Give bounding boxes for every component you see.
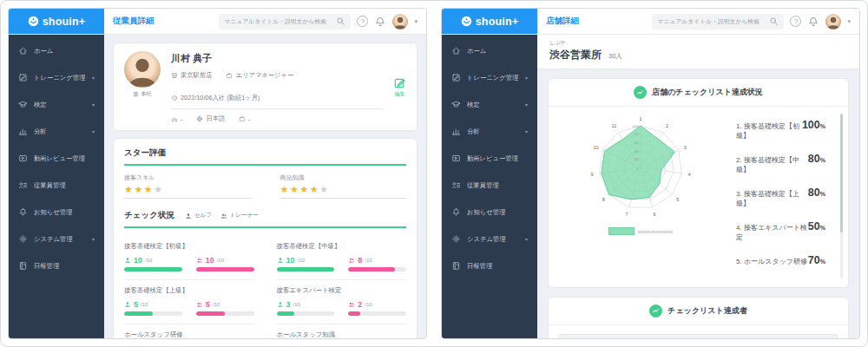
search-icon[interactable] bbox=[336, 16, 345, 26]
store-header: しぶや 渋谷営業所 30人 bbox=[537, 35, 859, 69]
screenshot-canvas: shouin+ 従業員詳細 ? ▾ ホーム bbox=[0, 0, 868, 347]
legend-item: セルフ bbox=[185, 212, 212, 219]
sidebar-item[interactable]: 分析 ▾ bbox=[9, 118, 104, 145]
help-icon[interactable]: ? bbox=[790, 16, 801, 27]
store-detail-panel: shouin+ 店舗詳細 ? ▾ ホーム bbox=[441, 8, 860, 339]
sidebar-item[interactable]: 検定 ▾ bbox=[9, 91, 104, 118]
main-area: 本社 川村 典子 東京駅前店 bbox=[104, 35, 426, 338]
sidebar-item[interactable]: お知らせ管理 bbox=[442, 199, 537, 226]
achievement-list-item: 3. 接客基礎検定【上級】 80% bbox=[736, 187, 825, 208]
search-input[interactable] bbox=[224, 18, 332, 24]
chart-line-icon bbox=[634, 86, 647, 99]
sidebar-item[interactable]: システム管理 ▾ bbox=[9, 226, 104, 252]
radar-card-title: 店舗のチェックリスト達成状況 bbox=[652, 87, 763, 98]
scrollbar[interactable] bbox=[840, 114, 843, 278]
bell-icon[interactable] bbox=[374, 16, 386, 28]
svg-text:6: 6 bbox=[653, 212, 655, 217]
sidebar-item-label: システム管理 bbox=[467, 235, 505, 244]
search-icon[interactable] bbox=[769, 16, 779, 26]
achievement-value: 80% bbox=[808, 187, 825, 199]
divider bbox=[171, 108, 383, 109]
report-icon bbox=[18, 261, 28, 271]
self-progress-bar bbox=[124, 311, 182, 316]
section-underline bbox=[124, 164, 406, 166]
svg-text:40: 40 bbox=[635, 149, 639, 154]
trainer-progress-bar bbox=[196, 311, 254, 316]
person-icon bbox=[277, 301, 284, 308]
sidebar-item[interactable]: 分析 ▾ bbox=[442, 118, 537, 145]
building-icon bbox=[133, 91, 139, 97]
sidebar-item[interactable]: ホーム bbox=[9, 37, 104, 64]
sidebar-item[interactable]: トレーニング管理 ▾ bbox=[442, 64, 537, 91]
star-icon: ★ bbox=[154, 184, 163, 194]
sidebar-item[interactable]: 日報管理 bbox=[442, 252, 537, 279]
people-icon bbox=[196, 257, 203, 264]
system-icon bbox=[451, 234, 461, 244]
sidebar-item-label: 日報管理 bbox=[467, 262, 492, 271]
sidebar-item[interactable]: 従業員管理 bbox=[442, 172, 537, 199]
trainer-progress-bar bbox=[196, 267, 254, 272]
sidebar-item-label: トレーニング管理 bbox=[467, 74, 518, 82]
user-avatar[interactable] bbox=[392, 14, 408, 29]
app-logo[interactable]: shouin+ bbox=[442, 9, 537, 34]
cake-icon bbox=[171, 115, 178, 122]
search-box[interactable] bbox=[652, 14, 784, 29]
employee-name: 川村 典子 bbox=[171, 52, 383, 65]
analytics-icon bbox=[451, 127, 461, 136]
store-name: 渋谷営業所 bbox=[549, 48, 602, 62]
sidebar-item-label: お知らせ管理 bbox=[34, 208, 72, 217]
achievers-card-title: チェックリスト達成者 bbox=[667, 305, 746, 317]
top-bar: shouin+ 従業員詳細 ? ▾ bbox=[9, 9, 426, 35]
sidebar-item[interactable]: 検定 ▾ bbox=[442, 91, 537, 118]
achievement-list-item: 4. 接客エキスパート検定 50% bbox=[736, 220, 825, 242]
sidebar-item[interactable]: 日報管理 bbox=[9, 252, 104, 279]
chevron-down-icon: ▾ bbox=[525, 75, 528, 81]
video-icon bbox=[451, 154, 461, 163]
help-icon[interactable]: ? bbox=[357, 16, 368, 27]
store-headcount: 30人 bbox=[608, 52, 622, 61]
app-logo[interactable]: shouin+ bbox=[9, 9, 104, 34]
sidebar-item[interactable]: 動画レビュー管理 bbox=[442, 145, 537, 172]
star-icon: ★ bbox=[280, 184, 290, 194]
star-rating-label: 商品知識 bbox=[280, 174, 407, 182]
sidebar-item[interactable]: 動画レビュー管理 bbox=[9, 145, 104, 172]
check-status-grid: 接客基礎検定【初級】 10/10 bbox=[124, 236, 406, 338]
sidebar-item[interactable]: お知らせ管理 bbox=[9, 199, 104, 226]
store-icon bbox=[171, 72, 178, 79]
globe-icon bbox=[196, 115, 203, 122]
edit-button[interactable]: 編集 bbox=[393, 76, 406, 98]
user-avatar[interactable] bbox=[825, 14, 841, 29]
self-progress-bar bbox=[124, 267, 182, 272]
edit-label: 編集 bbox=[395, 90, 405, 98]
achievement-value: 50% bbox=[808, 220, 825, 232]
search-input[interactable] bbox=[657, 18, 766, 24]
sidebar-item[interactable]: システム管理 ▾ bbox=[442, 226, 537, 252]
chevron-down-icon[interactable]: ▾ bbox=[847, 18, 851, 25]
scrollbar-thumb[interactable] bbox=[840, 114, 843, 232]
chevron-down-icon: ▾ bbox=[525, 101, 528, 108]
sidebar-item[interactable]: トレーニング管理 ▾ bbox=[9, 64, 104, 91]
sidebar-item-label: お知らせ管理 bbox=[467, 208, 505, 217]
people-icon bbox=[220, 213, 227, 219]
search-box[interactable] bbox=[219, 14, 351, 29]
edit-icon bbox=[393, 76, 406, 89]
people-icon bbox=[348, 257, 355, 264]
trainer-score: 10/10 bbox=[196, 256, 254, 272]
star-rating-stars: ★★★★ bbox=[124, 184, 251, 199]
star-section-title: スター評価 bbox=[124, 147, 406, 159]
exam-icon bbox=[18, 100, 28, 109]
notice-icon bbox=[18, 207, 28, 217]
step-filter-select[interactable]: 【STEP1】入社1日目 ▾ bbox=[559, 334, 838, 338]
bell-icon[interactable] bbox=[807, 16, 819, 28]
trainer-progress-bar bbox=[348, 267, 406, 272]
sidebar-item[interactable]: 従業員管理 bbox=[9, 172, 104, 199]
chevron-down-icon: ▾ bbox=[92, 128, 95, 134]
trainer-score: 8/10 bbox=[348, 256, 406, 272]
check-item-title: 接客基礎検定【上級】 bbox=[124, 286, 254, 295]
trainer-score: 2/10 bbox=[348, 300, 406, 316]
sidebar-item-label: 従業員管理 bbox=[34, 181, 65, 190]
chevron-down-icon: ▾ bbox=[525, 236, 528, 242]
chevron-down-icon[interactable]: ▾ bbox=[414, 18, 418, 25]
sidebar-item[interactable]: ホーム bbox=[442, 37, 537, 64]
employees-icon bbox=[451, 180, 461, 190]
